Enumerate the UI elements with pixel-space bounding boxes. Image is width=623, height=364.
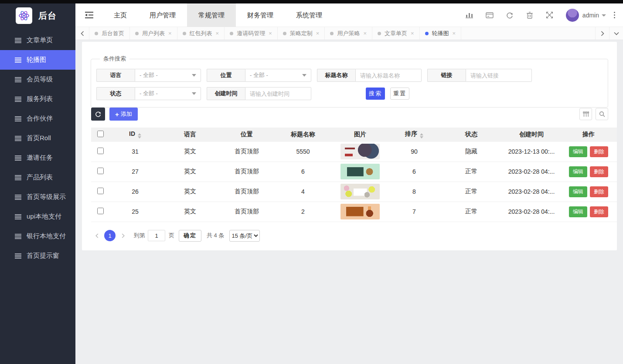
select-all-checkbox[interactable] — [97, 131, 104, 137]
goto-page-input[interactable] — [148, 230, 165, 241]
sidebar-item-label: 轮播图 — [27, 56, 46, 64]
column-label: 创建时间 — [519, 131, 544, 138]
banner-thumbnail[interactable] — [340, 144, 380, 159]
tab-label: 邀请码管理 — [237, 30, 265, 37]
delete-button[interactable]: 删除 — [590, 146, 608, 157]
field-input[interactable] — [466, 69, 532, 82]
tab-dot-icon — [230, 32, 233, 35]
columns-filter-icon[interactable] — [579, 108, 592, 120]
refresh-table-button[interactable] — [91, 108, 105, 121]
search-toggle-icon[interactable] — [596, 108, 608, 120]
tab-close-icon[interactable]: × — [168, 30, 172, 36]
edit-button[interactable]: 编辑 — [569, 166, 587, 177]
sidebar-item-2[interactable]: 会员等级 — [0, 70, 75, 89]
edit-button[interactable]: 编辑 — [569, 206, 587, 217]
select-value: - 全部 - — [140, 71, 158, 79]
sidebar-item-4[interactable]: 合作伙伴 — [0, 109, 75, 128]
tabbar: 后台首页用户列表×红包列表×邀请码管理×策略定制×用户策略×文章单页×轮播图× — [75, 27, 623, 40]
next-page-icon[interactable] — [117, 230, 129, 241]
delete-button[interactable]: 删除 — [590, 186, 608, 197]
edit-button[interactable]: 编辑 — [569, 146, 587, 157]
sidebar-item-11[interactable]: 首页提示窗 — [0, 246, 75, 266]
field-select[interactable]: - 全部 - — [245, 69, 311, 82]
tab-label: 后台首页 — [102, 30, 124, 37]
field-select[interactable]: - 全部 - — [135, 69, 201, 82]
fullscreen-icon[interactable] — [540, 3, 560, 27]
sidebar-collapse-icon[interactable] — [75, 3, 102, 27]
more-menu-icon[interactable] — [614, 12, 615, 18]
trash-icon[interactable] — [520, 3, 540, 27]
field-input[interactable] — [245, 87, 311, 100]
column-header-5[interactable]: 排序 — [388, 128, 440, 142]
column-header-0[interactable]: ID — [109, 128, 161, 142]
row-checkbox[interactable] — [97, 148, 104, 154]
tab-1[interactable]: 用户列表× — [130, 27, 177, 40]
tabs-menu-caret-icon[interactable] — [609, 27, 623, 40]
topnav-item-2[interactable]: 常规管理 — [187, 3, 236, 27]
per-page-select[interactable]: 15 条/页 — [229, 230, 260, 242]
tab-dot-icon — [183, 32, 186, 35]
user-name[interactable]: admin — [582, 12, 599, 19]
sort-icon[interactable] — [138, 133, 141, 138]
sidebar-item-1[interactable]: 轮播图 — [0, 50, 75, 70]
sidebar-logo-row[interactable]: 后台 — [0, 3, 75, 28]
tab-5[interactable]: 用户策略× — [325, 27, 372, 40]
prev-page-icon[interactable] — [91, 230, 102, 241]
row-checkbox[interactable] — [97, 208, 104, 214]
delete-button[interactable]: 删除 — [590, 206, 608, 217]
tabs-scroll-left-icon[interactable] — [75, 27, 89, 40]
sidebar-item-5[interactable]: 首页Roll — [0, 128, 75, 148]
row-checkbox[interactable] — [97, 168, 104, 174]
sidebar-item-9[interactable]: upi本地支付 — [0, 207, 75, 226]
sidebar-item-6[interactable]: 邀请任务 — [0, 148, 75, 168]
sidebar-item-0[interactable]: 文章单页 — [0, 30, 75, 50]
topnav-item-1[interactable]: 用户管理 — [138, 3, 187, 27]
tabs-scroll-right-icon[interactable] — [595, 27, 609, 40]
search-field-1: 位置- 全部 - — [207, 69, 311, 82]
sidebar-item-8[interactable]: 首页等级展示 — [0, 187, 75, 207]
tab-close-icon[interactable]: × — [411, 30, 414, 36]
tab-close-icon[interactable]: × — [216, 30, 219, 36]
delete-button[interactable]: 删除 — [590, 166, 608, 177]
field-select[interactable]: - 全部 - — [135, 87, 201, 100]
edit-button[interactable]: 编辑 — [569, 186, 587, 197]
sidebar-item-7[interactable]: 产品列表 — [0, 168, 75, 187]
card-icon[interactable] — [480, 3, 500, 27]
add-button[interactable]: + 添加 — [109, 108, 138, 121]
row-checkbox[interactable] — [97, 188, 104, 194]
banner-thumbnail[interactable] — [340, 164, 380, 179]
search-button[interactable]: 搜索 — [366, 88, 385, 100]
current-page-badge[interactable]: 1 — [104, 230, 116, 241]
tab-close-icon[interactable]: × — [269, 30, 272, 36]
sidebar-item-label: 合作伙伴 — [27, 115, 53, 123]
toolbar-right — [579, 108, 608, 120]
topnav-items: 主页用户管理常规管理财务管理系统管理 — [102, 3, 334, 27]
goto-confirm-button[interactable]: 确定 — [179, 230, 201, 242]
sort-icon[interactable] — [420, 133, 423, 138]
field-input[interactable] — [355, 69, 422, 82]
column-label: 状态 — [465, 131, 477, 138]
tab-3[interactable]: 邀请码管理× — [225, 27, 278, 40]
refresh-icon[interactable] — [500, 3, 520, 27]
tab-4[interactable]: 策略定制× — [278, 27, 325, 40]
sidebar-item-10[interactable]: 银行本地支付 — [0, 226, 75, 246]
banner-thumbnail[interactable] — [340, 184, 380, 199]
tab-2[interactable]: 红包列表× — [177, 27, 225, 40]
user-avatar[interactable] — [566, 9, 579, 22]
user-menu-caret-icon[interactable] — [602, 14, 606, 17]
sidebar-item-3[interactable]: 服务列表 — [0, 89, 75, 109]
topnav-item-3[interactable]: 财务管理 — [236, 3, 285, 27]
topnav-item-0[interactable]: 主页 — [102, 3, 138, 27]
list-icon — [15, 234, 21, 239]
tab-close-icon[interactable]: × — [316, 30, 320, 36]
topnav-item-4[interactable]: 系统管理 — [285, 3, 334, 27]
tab-6[interactable]: 文章单页× — [372, 27, 420, 40]
chart-icon[interactable] — [460, 3, 480, 27]
banner-thumbnail[interactable] — [340, 204, 380, 219]
tab-7[interactable]: 轮播图× — [420, 27, 462, 40]
reset-button[interactable]: 重置 — [390, 88, 409, 100]
tab-close-icon[interactable]: × — [453, 30, 456, 36]
tab-close-icon[interactable]: × — [363, 30, 367, 36]
tab-0[interactable]: 后台首页 — [89, 27, 130, 40]
status-label: 隐藏 — [440, 142, 503, 162]
